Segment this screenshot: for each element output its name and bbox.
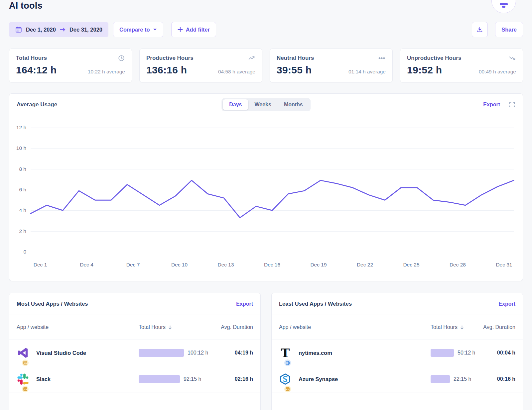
app-name: nytimes.com xyxy=(299,350,332,356)
x-axis-label: Dec 19 xyxy=(310,262,327,268)
usage-line-chart[interactable] xyxy=(31,128,514,252)
vscode-icon xyxy=(17,347,29,359)
col-app-website: App / website xyxy=(279,324,311,330)
x-axis-label: Dec 31 xyxy=(496,262,512,268)
trend-up-icon xyxy=(248,54,255,62)
table-header-row: App / website Total Hours Avg. Duration xyxy=(9,315,260,340)
add-filter-label: Add filter xyxy=(186,27,210,33)
x-axis-label: Dec 28 xyxy=(450,262,466,268)
col-avg-duration: Avg. Duration xyxy=(480,324,515,330)
clock-icon xyxy=(118,54,125,62)
app-window-badge xyxy=(21,359,29,367)
chart-export-link[interactable]: Export xyxy=(483,102,500,108)
avg-duration-value: 02:16 h xyxy=(212,376,253,382)
y-axis-label: 6 h xyxy=(19,187,26,193)
app-window-badge xyxy=(21,385,29,393)
date-range-start: Dec 1, 2020 xyxy=(26,27,56,33)
chevron-down-icon xyxy=(153,28,157,31)
plus-icon xyxy=(178,27,183,32)
x-axis-label: Dec 16 xyxy=(264,262,280,268)
total-hours-bar xyxy=(431,349,454,357)
share-label: Share xyxy=(501,27,517,33)
x-axis-label: Dec 13 xyxy=(217,262,234,268)
stat-value: 136:16 h xyxy=(146,64,187,76)
dashboard-page: AI tools Dec 1, 2020 Dec 31, 2020 Compar… xyxy=(0,0,532,410)
col-total-hours[interactable]: Total Hours xyxy=(139,324,212,330)
x-axis-label: Dec 7 xyxy=(126,262,140,268)
arrow-right-icon xyxy=(60,27,66,32)
stat-value: 39:55 h xyxy=(277,64,312,76)
date-range-end: Dec 31, 2020 xyxy=(69,27,102,33)
col-total-hours[interactable]: Total Hours xyxy=(431,324,480,330)
x-axis-label: Dec 10 xyxy=(171,262,188,268)
total-hours-bar xyxy=(139,375,180,383)
globe-badge xyxy=(284,359,292,367)
stat-label: Unproductive Hours xyxy=(407,55,461,61)
table-row[interactable]: Azure Synapse22:15 h00:16 h xyxy=(272,366,523,392)
chart-title: Average Usage xyxy=(17,101,57,108)
app-window-badge xyxy=(284,385,292,393)
stat-label: Neutral Hours xyxy=(277,55,314,61)
add-filter-button[interactable]: Add filter xyxy=(171,22,216,37)
filter-toolbar: Dec 1, 2020 Dec 31, 2020 Compare to Add … xyxy=(9,22,523,37)
stat-average: 10:22 h average xyxy=(88,69,125,75)
avg-duration-value: 00:16 h xyxy=(480,376,515,382)
trend-flat-icon xyxy=(378,54,386,62)
table-row[interactable]: Visual Studio Code100:12 h04:19 h xyxy=(9,340,260,366)
tab-days[interactable]: Days xyxy=(223,99,248,110)
table-header-row: App / website Total Hours Avg. Duration xyxy=(272,315,523,340)
avg-duration-value: 04:19 h xyxy=(212,350,253,356)
table-row[interactable]: Tnytimes.com50:12 h00:04 h xyxy=(272,340,523,366)
usage-tables: Most Used Apps / Websites Export App / w… xyxy=(9,293,523,410)
sort-down-icon xyxy=(168,325,173,330)
col-app-website: App / website xyxy=(17,324,49,330)
app-name: Visual Studio Code xyxy=(36,350,86,356)
stat-card-neutral-hours: Neutral Hours 39:55 h 01:14 h average xyxy=(270,49,393,82)
table-body: Tnytimes.com50:12 h00:04 hAzure Synapse2… xyxy=(272,340,523,392)
date-range-picker[interactable]: Dec 1, 2020 Dec 31, 2020 xyxy=(9,22,108,37)
table-title: Least Used Apps / Websites xyxy=(279,301,352,307)
app-name: Slack xyxy=(36,376,51,382)
compare-to-label: Compare to xyxy=(119,27,150,33)
azure-synapse-icon xyxy=(279,373,292,385)
table-export-link[interactable]: Export xyxy=(236,301,253,307)
nytimes-icon: T xyxy=(279,347,292,359)
gridline xyxy=(31,252,514,252)
stat-value: 19:52 h xyxy=(407,64,442,76)
table-title: Most Used Apps / Websites xyxy=(17,301,88,307)
stat-card-total-hours: Total Hours 164:12 h 10:22 h average xyxy=(9,49,132,82)
most-used-table: Most Used Apps / Websites Export App / w… xyxy=(9,293,261,410)
x-axis-label: Dec 1 xyxy=(34,262,47,268)
avg-duration-value: 00:04 h xyxy=(480,350,515,356)
total-hours-value: 92:15 h xyxy=(184,376,201,382)
y-axis-label: 4 h xyxy=(19,207,26,213)
page-title: AI tools xyxy=(9,0,523,11)
stat-average: 00:49 h average xyxy=(479,69,516,75)
tab-months[interactable]: Months xyxy=(278,99,309,110)
table-export-link[interactable]: Export xyxy=(498,301,515,307)
y-axis-label: 0 xyxy=(23,249,26,255)
total-hours-bar xyxy=(139,349,184,357)
total-hours-value: 100:12 h xyxy=(188,350,208,356)
sort-down-icon xyxy=(460,325,465,330)
notifications-button[interactable] xyxy=(491,0,516,13)
stats-row: Total Hours 164:12 h 10:22 h average Pro… xyxy=(9,49,523,82)
stat-average: 01:14 h average xyxy=(348,69,386,75)
x-axis-label: Dec 22 xyxy=(357,262,373,268)
stat-value: 164:12 h xyxy=(16,64,57,76)
stat-card-unproductive-hours: Unproductive Hours 19:52 h 00:49 h avera… xyxy=(400,49,523,82)
x-axis-label: Dec 4 xyxy=(80,262,93,268)
share-button[interactable]: Share xyxy=(495,22,523,37)
tab-weeks[interactable]: Weeks xyxy=(248,99,277,110)
stat-label: Productive Hours xyxy=(146,55,194,61)
download-button[interactable] xyxy=(472,22,488,37)
y-axis-label: 8 h xyxy=(19,166,26,172)
expand-icon[interactable] xyxy=(509,101,515,108)
total-hours-value: 22:15 h xyxy=(454,376,471,382)
table-row[interactable]: Slack92:15 h02:16 h xyxy=(9,366,260,392)
stat-card-productive-hours: Productive Hours 136:16 h 04:58 h averag… xyxy=(139,49,262,82)
stat-average: 04:58 h average xyxy=(218,69,255,75)
trend-down-icon xyxy=(509,54,516,62)
calendar-icon xyxy=(15,26,22,33)
compare-to-button[interactable]: Compare to xyxy=(113,22,163,37)
